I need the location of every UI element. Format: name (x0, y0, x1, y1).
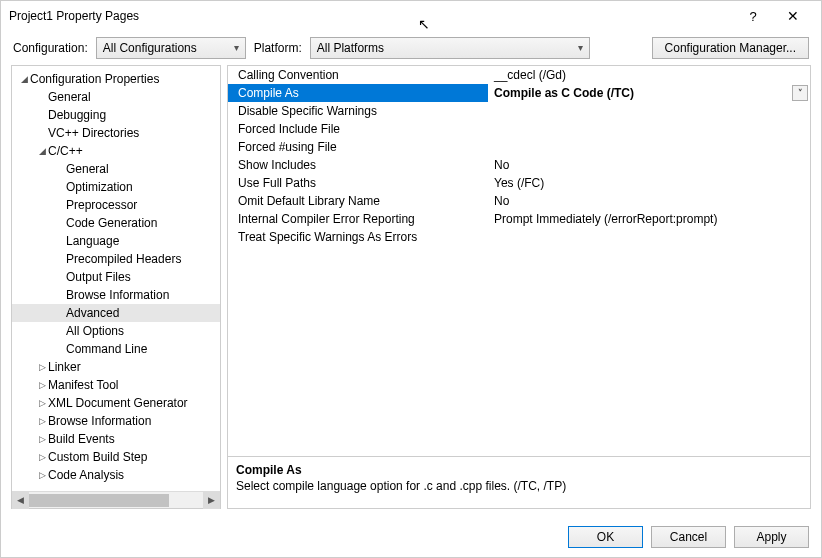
property-dropdown-button[interactable]: ˅ (792, 85, 808, 101)
tree-item-label: Optimization (66, 178, 133, 196)
close-button[interactable]: ✕ (773, 8, 813, 24)
tree-item-label: Debugging (48, 106, 106, 124)
property-value[interactable]: No (488, 192, 810, 210)
expanded-arrow-icon[interactable] (18, 70, 30, 88)
property-grid[interactable]: Calling Convention__cdecl (/Gd)Compile A… (228, 66, 810, 456)
tree-item-label: Manifest Tool (48, 376, 118, 394)
apply-button[interactable]: Apply (734, 526, 809, 548)
property-panel: Calling Convention__cdecl (/Gd)Compile A… (227, 65, 811, 509)
tree-item[interactable]: Code Analysis (12, 466, 220, 484)
tree-item[interactable]: Linker (12, 358, 220, 376)
property-name: Show Includes (228, 156, 488, 174)
cancel-button[interactable]: Cancel (651, 526, 726, 548)
platform-label: Platform: (254, 41, 302, 55)
property-value[interactable] (488, 102, 810, 120)
property-row[interactable]: Calling Convention__cdecl (/Gd) (228, 66, 810, 84)
property-value[interactable] (488, 120, 810, 138)
tree-item[interactable]: Language (12, 232, 220, 250)
tree-item[interactable]: All Options (12, 322, 220, 340)
configuration-manager-button[interactable]: Configuration Manager... (652, 37, 809, 59)
tree-item-label: Browse Information (66, 286, 169, 304)
tree-item[interactable]: Command Line (12, 340, 220, 358)
collapsed-arrow-icon[interactable] (36, 394, 48, 412)
property-name: Calling Convention (228, 66, 488, 84)
tree-item-label: Browse Information (48, 412, 151, 430)
description-title: Compile As (236, 463, 802, 477)
property-value[interactable]: __cdecl (/Gd) (488, 66, 810, 84)
platform-combo[interactable]: All Platforms ▾ (310, 37, 590, 59)
tree-item[interactable]: Debugging (12, 106, 220, 124)
tree-item[interactable]: Configuration Properties (12, 70, 220, 88)
horizontal-scrollbar[interactable]: ◀ ▶ (12, 491, 220, 508)
tree-panel: Configuration PropertiesGeneralDebugging… (11, 65, 221, 509)
property-row[interactable]: Treat Specific Warnings As Errors (228, 228, 810, 246)
chevron-down-icon: ▾ (578, 42, 583, 53)
tree-item-label: General (48, 88, 91, 106)
property-row[interactable]: Omit Default Library NameNo (228, 192, 810, 210)
expanded-arrow-icon[interactable] (36, 142, 48, 160)
tree-item[interactable]: C/C++ (12, 142, 220, 160)
tree-item-label: C/C++ (48, 142, 83, 160)
collapsed-arrow-icon[interactable] (36, 430, 48, 448)
tree-item[interactable]: Custom Build Step (12, 448, 220, 466)
dialog-button-row: OK Cancel Apply (1, 517, 821, 557)
property-value[interactable] (488, 228, 810, 246)
scroll-right-button[interactable]: ▶ (203, 492, 220, 509)
tree-item[interactable]: General (12, 160, 220, 178)
description-panel: Compile As Select compile language optio… (228, 456, 810, 508)
tree-item-label: XML Document Generator (48, 394, 188, 412)
collapsed-arrow-icon[interactable] (36, 448, 48, 466)
config-row: Configuration: All Configurations ▾ Plat… (1, 31, 821, 65)
help-button[interactable]: ? (733, 9, 773, 24)
property-row[interactable]: Internal Compiler Error ReportingPrompt … (228, 210, 810, 228)
collapsed-arrow-icon[interactable] (36, 358, 48, 376)
property-name: Treat Specific Warnings As Errors (228, 228, 488, 246)
property-value[interactable]: No (488, 156, 810, 174)
tree-item[interactable]: Preprocessor (12, 196, 220, 214)
tree-item[interactable]: Output Files (12, 268, 220, 286)
property-row[interactable]: Show IncludesNo (228, 156, 810, 174)
property-value[interactable]: Compile as C Code (/TC)˅ (488, 84, 810, 102)
scroll-left-button[interactable]: ◀ (12, 492, 29, 509)
platform-value: All Platforms (317, 41, 384, 55)
property-name: Use Full Paths (228, 174, 488, 192)
property-name: Disable Specific Warnings (228, 102, 488, 120)
tree-item[interactable]: Code Generation (12, 214, 220, 232)
scroll-thumb[interactable] (29, 494, 169, 507)
tree-item[interactable]: XML Document Generator (12, 394, 220, 412)
collapsed-arrow-icon[interactable] (36, 466, 48, 484)
property-value[interactable] (488, 138, 810, 156)
tree-item[interactable]: General (12, 88, 220, 106)
collapsed-arrow-icon[interactable] (36, 412, 48, 430)
property-row[interactable]: Disable Specific Warnings (228, 102, 810, 120)
configuration-combo[interactable]: All Configurations ▾ (96, 37, 246, 59)
tree-item-label: Preprocessor (66, 196, 137, 214)
property-name: Compile As (228, 84, 488, 102)
property-name: Forced #using File (228, 138, 488, 156)
property-row[interactable]: Forced #using File (228, 138, 810, 156)
property-value[interactable]: Yes (/FC) (488, 174, 810, 192)
tree[interactable]: Configuration PropertiesGeneralDebugging… (12, 66, 220, 491)
configuration-value: All Configurations (103, 41, 197, 55)
description-body: Select compile language option for .c an… (236, 479, 802, 493)
tree-item-label: Command Line (66, 340, 147, 358)
tree-item-label: Output Files (66, 268, 131, 286)
tree-item[interactable]: VC++ Directories (12, 124, 220, 142)
tree-item[interactable]: Browse Information (12, 286, 220, 304)
titlebar: Project1 Property Pages ? ✕ (1, 1, 821, 31)
property-row[interactable]: Forced Include File (228, 120, 810, 138)
property-row[interactable]: Compile AsCompile as C Code (/TC)˅ (228, 84, 810, 102)
tree-item[interactable]: Precompiled Headers (12, 250, 220, 268)
ok-button[interactable]: OK (568, 526, 643, 548)
tree-item-label: VC++ Directories (48, 124, 139, 142)
tree-item[interactable]: Advanced (12, 304, 220, 322)
property-row[interactable]: Use Full PathsYes (/FC) (228, 174, 810, 192)
tree-item[interactable]: Manifest Tool (12, 376, 220, 394)
tree-item[interactable]: Browse Information (12, 412, 220, 430)
collapsed-arrow-icon[interactable] (36, 376, 48, 394)
tree-item[interactable]: Optimization (12, 178, 220, 196)
chevron-down-icon: ▾ (234, 42, 239, 53)
tree-item[interactable]: Build Events (12, 430, 220, 448)
property-value[interactable]: Prompt Immediately (/errorReport:prompt) (488, 210, 810, 228)
tree-item-label: Code Generation (66, 214, 157, 232)
